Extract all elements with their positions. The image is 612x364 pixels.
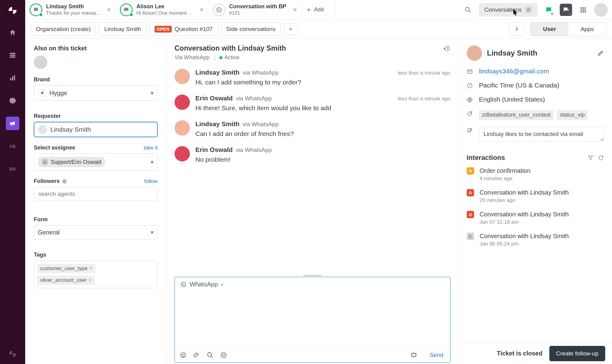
- interaction-item[interactable]: N Order confirmation4 minutes ago: [467, 167, 604, 182]
- svg-point-33: [470, 112, 471, 113]
- svg-point-25: [184, 354, 184, 355]
- tags-input[interactable]: customer_user_type ×silver_account_user …: [34, 261, 158, 288]
- refresh-icon[interactable]: [598, 155, 604, 161]
- form-select[interactable]: General ▾: [34, 225, 158, 239]
- svg-point-24: [182, 354, 182, 355]
- home-icon[interactable]: [6, 26, 19, 39]
- follow-link[interactable]: follow: [144, 178, 158, 184]
- message: Erin Oswaldvia WhatsAppless than a minut…: [175, 95, 450, 112]
- composer-textarea[interactable]: [175, 292, 450, 347]
- brand-icon: ✦: [38, 89, 46, 97]
- channel-selector[interactable]: WhatsApp ▾: [175, 277, 450, 292]
- chevron-right-icon: [514, 27, 519, 32]
- viewer-avatar[interactable]: [34, 56, 47, 69]
- svg-rect-14: [581, 11, 582, 13]
- kb-link[interactable]: KB: [6, 139, 19, 153]
- requester-avatar: [38, 125, 47, 134]
- emoji-icon[interactable]: [180, 352, 186, 358]
- tag-chip[interactable]: customer_user_type ×: [37, 264, 96, 273]
- megaphone-icon[interactable]: [6, 117, 19, 130]
- conversation-panel: Conversation with Lindsay Smith Via What…: [167, 39, 458, 364]
- chevron-down-icon: ▾: [151, 158, 154, 166]
- user-tag: zdbetafeature_user_context: [479, 110, 554, 120]
- user-timezone: Pacific Time (US & Canada): [479, 82, 559, 89]
- reporting-icon[interactable]: [6, 71, 19, 85]
- interaction-badge: N: [467, 167, 474, 175]
- close-icon[interactable]: ×: [107, 6, 111, 14]
- breadcrumb-user[interactable]: Lindsay Smith: [99, 22, 146, 36]
- views-icon[interactable]: [6, 48, 19, 62]
- remove-tag-icon[interactable]: ×: [88, 277, 92, 283]
- history-icon[interactable]: [444, 45, 450, 52]
- chat-icon[interactable]: [543, 4, 555, 16]
- conversation-status: Active: [219, 54, 239, 61]
- user-language: English (United States): [479, 96, 545, 103]
- create-followup-button[interactable]: Create follow-up: [549, 346, 605, 361]
- breadcrumb-org[interactable]: Organization (create): [31, 22, 96, 36]
- svg-point-7: [465, 7, 469, 11]
- message-list: Lindsay Smithvia WhatsAppless than a min…: [167, 63, 458, 274]
- message-avatar: [175, 120, 190, 136]
- user-email[interactable]: lindsays346@gmail.com: [479, 68, 549, 75]
- interaction-item[interactable]: O Conversation with Lindsay SmithJan 07 …: [467, 211, 604, 225]
- message: Lindsay Smithvia WhatsAppless than a min…: [175, 69, 450, 86]
- conversations-count: 0: [525, 6, 532, 14]
- svg-rect-12: [583, 9, 584, 11]
- requester-input[interactable]: Lindsay Smith: [34, 122, 158, 137]
- take-it-link[interactable]: take it: [144, 145, 158, 151]
- talk-icon[interactable]: [560, 4, 572, 16]
- chevron-down-icon: ▾: [151, 229, 154, 236]
- tag-chip[interactable]: silver_account_user ×: [37, 276, 95, 285]
- add-side-conv-button[interactable]: [284, 23, 297, 35]
- knowledge-capture-icon[interactable]: [410, 351, 418, 359]
- add-tab-button[interactable]: Add: [302, 0, 335, 19]
- plus-icon: [306, 7, 312, 13]
- search-kb-icon[interactable]: [207, 352, 214, 358]
- svg-point-28: [222, 354, 223, 355]
- expand-panel-button[interactable]: [509, 22, 524, 36]
- zendesk-logo-icon[interactable]: [6, 4, 19, 17]
- side-conversations-tab[interactable]: Side conversations: [221, 22, 281, 36]
- brand-select[interactable]: ✦ Hygge ▾: [34, 85, 158, 101]
- toggle-apps[interactable]: Apps: [568, 22, 606, 36]
- followers-input[interactable]: [34, 187, 158, 201]
- send-button[interactable]: Send: [430, 352, 443, 358]
- tab-2[interactable]: Conversation with BP#101 ×: [208, 0, 302, 19]
- assignee-value: Support/Erin Oswald: [51, 159, 101, 165]
- svg-rect-19: [64, 181, 65, 182]
- remove-tag-icon[interactable]: ×: [89, 265, 92, 272]
- drag-handle[interactable]: [175, 274, 450, 277]
- interaction-badge: O: [467, 189, 474, 196]
- email-icon: [467, 68, 473, 75]
- requester-label: Requester: [34, 113, 158, 119]
- user-notes[interactable]: Lindsay likes to be contacted via email: [479, 127, 604, 141]
- admin-icon[interactable]: [6, 94, 19, 107]
- assignee-label: Select assignee: [34, 145, 75, 151]
- close-icon[interactable]: ×: [200, 6, 204, 14]
- profile-avatar[interactable]: [594, 3, 608, 17]
- tab-0[interactable]: Lindsay SmithThanks for your messa... ×: [25, 0, 116, 19]
- conversations-button[interactable]: Conversations 0: [479, 3, 538, 17]
- svg-rect-5: [14, 75, 15, 80]
- breadcrumb-bar: Organization (create) Lindsay Smith OPEN…: [25, 20, 612, 39]
- close-icon[interactable]: ×: [293, 6, 297, 14]
- interaction-item[interactable]: C Conversation with Lindsay SmithJan 06 …: [467, 233, 604, 247]
- attachment-icon[interactable]: [193, 352, 200, 358]
- svg-rect-1: [10, 55, 15, 56]
- toggle-user[interactable]: User: [531, 22, 568, 36]
- svg-rect-2: [10, 56, 15, 58]
- emoji2-icon[interactable]: [220, 352, 227, 358]
- edit-icon[interactable]: [597, 50, 604, 56]
- assignee-select[interactable]: Support/Erin Oswald ▾: [34, 153, 158, 171]
- tab-1[interactable]: Alison LeeHi Alison! One moment … ×: [116, 0, 208, 19]
- br-link[interactable]: BR: [6, 162, 19, 176]
- requester-value: Lindsay Smith: [50, 126, 91, 133]
- user-profile: Lindsay Smith lindsays346@gmail.com Paci…: [459, 39, 612, 141]
- interaction-item[interactable]: O Conversation with Lindsay Smith20 minu…: [467, 189, 604, 203]
- breadcrumb-ticket[interactable]: OPEN Question #107: [149, 22, 218, 36]
- filter-icon[interactable]: [587, 155, 594, 161]
- interaction-badge: C: [467, 233, 474, 240]
- search-icon[interactable]: [462, 4, 474, 16]
- apps-grid-icon[interactable]: [577, 4, 589, 16]
- message-avatar: [175, 69, 190, 84]
